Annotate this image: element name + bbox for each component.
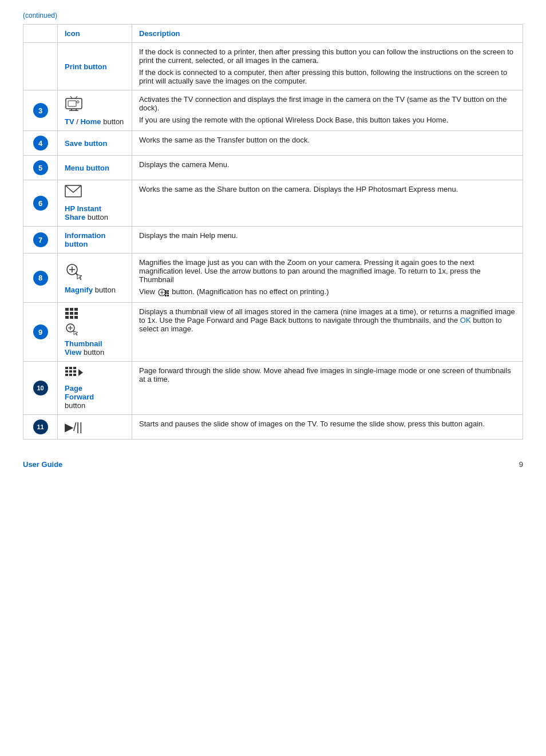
footer-user-guide: User Guide [23, 460, 62, 469]
table-row: 3 [23, 90, 523, 131]
save-label: Save button [65, 139, 107, 148]
table-row: 9 [23, 303, 523, 362]
row-icon-share: HP Instant Share button [58, 180, 132, 227]
magnify-label: Magnify button [65, 286, 125, 294]
badge-10: 10 [33, 381, 48, 395]
badge-7: 7 [33, 232, 48, 247]
row-desc-share: Works the same as the Share button on th… [132, 180, 523, 227]
row-desc-menu: Displays the camera Menu. [132, 156, 523, 180]
col-description-header: Description [132, 25, 523, 43]
menu-label: Menu button [65, 164, 109, 172]
svg-rect-25 [70, 308, 73, 311]
table-row: 6 HP Instant Share button Works the same… [23, 180, 523, 227]
view-icon-inline [157, 287, 170, 298]
play-pause-icon: ▶/|| [65, 421, 82, 433]
badge-6: 6 [33, 196, 48, 211]
svg-rect-20 [165, 292, 167, 294]
row-number-info: 7 [23, 227, 58, 254]
row-icon-tv: TV / Home button [58, 90, 132, 131]
badge-8: 8 [33, 271, 48, 286]
row-icon-menu: Menu button [58, 156, 132, 180]
continued-label: (continued) [23, 11, 523, 19]
pageforward-label: Page Forward button [65, 384, 125, 410]
row-number-pageforward: 10 [23, 362, 58, 415]
row-number-tv: 3 [23, 90, 58, 131]
svg-marker-47 [78, 369, 83, 376]
pageforward-icon [65, 366, 125, 381]
thumbnail-label: Thumbnail View button [65, 339, 125, 357]
row-icon-save: Save button [58, 131, 132, 156]
row-number-save: 4 [23, 131, 58, 156]
tv-icon [65, 95, 125, 114]
row-desc-thumbnail: Displays a thumbnail view of all images … [132, 303, 523, 362]
row-number-share: 6 [23, 180, 58, 227]
badge-5: 5 [33, 160, 48, 175]
svg-rect-44 [65, 374, 68, 376]
tv-label: TV / Home button [65, 117, 125, 126]
svg-rect-19 [167, 290, 169, 292]
magnify-icon [65, 262, 125, 282]
row-desc-play: Starts and pauses the slide show of imag… [132, 415, 523, 440]
table-row: 10 [23, 362, 523, 415]
row-desc-magnify: Magnifies the image just as you can with… [132, 254, 523, 303]
svg-point-2 [77, 101, 79, 103]
svg-rect-31 [70, 316, 73, 319]
row-icon-pageforward: Page Forward button [58, 362, 132, 415]
row-desc-info: Displays the main Help menu. [132, 227, 523, 254]
table-row: 11 ▶/|| Starts and pauses the slide show… [23, 415, 523, 440]
share-label: HP Instant Share button [65, 204, 125, 221]
svg-rect-39 [69, 367, 72, 369]
svg-rect-23 [167, 295, 169, 296]
svg-rect-46 [73, 374, 76, 376]
row-desc-print: If the dock is connected to a printer, t… [132, 43, 523, 90]
row-icon-info: Information button [58, 227, 132, 254]
table-row: 8 Magnify button [23, 254, 523, 303]
row-icon-play: ▶/|| [58, 415, 132, 440]
badge-4: 4 [33, 136, 48, 151]
svg-rect-24 [65, 308, 69, 311]
svg-rect-26 [74, 308, 78, 311]
share-icon [65, 185, 125, 201]
page-footer: User Guide 9 [23, 457, 523, 469]
svg-rect-45 [69, 374, 72, 376]
icon-label-print: Print button [65, 62, 107, 71]
badge-11: 11 [33, 419, 48, 434]
row-number-menu: 5 [23, 156, 58, 180]
svg-rect-38 [65, 367, 68, 369]
svg-rect-29 [74, 312, 78, 315]
row-desc-tv: Activates the TV connection and displays… [132, 90, 523, 131]
svg-rect-32 [74, 316, 78, 319]
row-icon-thumbnail: Thumbnail View button [58, 303, 132, 362]
row-number-play: 11 [23, 415, 58, 440]
row-number-magnify: 8 [23, 254, 58, 303]
footer-page-number: 9 [519, 460, 523, 469]
main-table: Icon Description Print button If the doc… [23, 24, 523, 440]
col-icon-header: Icon [58, 25, 132, 43]
badge-9: 9 [33, 324, 48, 339]
table-row: 7 Information button Displays the main H… [23, 227, 523, 254]
svg-rect-40 [73, 367, 76, 369]
row-number-thumbnail: 9 [23, 303, 58, 362]
row-number-print [23, 43, 58, 90]
badge-3: 3 [33, 103, 48, 118]
svg-rect-27 [65, 312, 69, 315]
row-desc-pageforward: Page forward through the slide show. Mov… [132, 362, 523, 415]
table-row: 4 Save button Works the same as the Tran… [23, 131, 523, 156]
thumbnail-icon [65, 307, 125, 336]
col-number-header [23, 25, 58, 43]
svg-rect-18 [165, 290, 167, 292]
svg-rect-30 [65, 316, 69, 319]
table-row: Print button If the dock is connected to… [23, 43, 523, 90]
row-icon-print: Print button [58, 43, 132, 90]
svg-marker-13 [77, 275, 82, 280]
svg-marker-37 [74, 331, 78, 335]
svg-rect-43 [73, 370, 76, 373]
row-desc-save: Works the same as the Transfer button on… [132, 131, 523, 156]
table-row: 5 Menu button Displays the camera Menu. [23, 156, 523, 180]
row-icon-magnify: Magnify button [58, 254, 132, 303]
svg-rect-21 [167, 292, 169, 294]
information-label: Information button [65, 231, 106, 248]
svg-rect-1 [68, 101, 76, 106]
svg-rect-41 [65, 370, 68, 373]
svg-rect-22 [165, 295, 167, 296]
